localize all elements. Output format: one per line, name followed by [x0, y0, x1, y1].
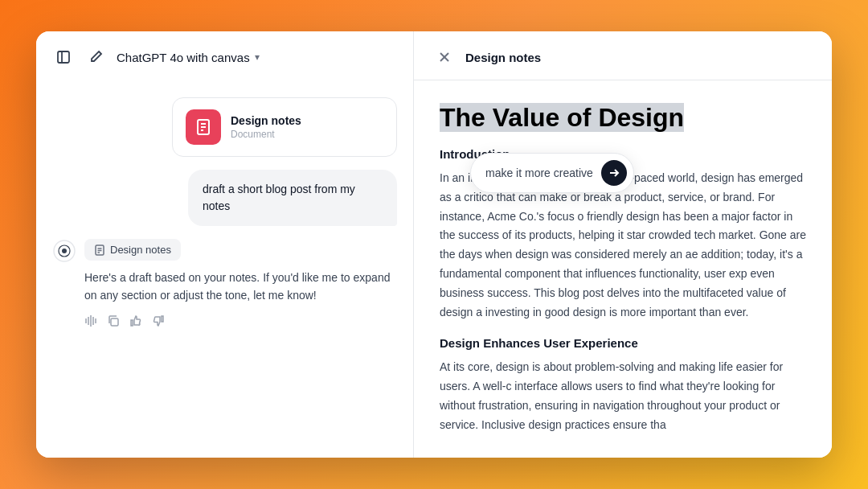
close-button[interactable] — [433, 46, 456, 68]
section-text-ux: At its core, design is about problem-sol… — [440, 358, 806, 434]
ai-avatar — [52, 239, 76, 263]
ai-content: Design notes Here's a draft based on you… — [84, 239, 397, 327]
document-icon — [186, 109, 221, 145]
model-selector[interactable]: ChatGPT 4o with canvas ▾ — [117, 51, 260, 64]
ai-response-text: Here's a draft based on your notes. If y… — [84, 269, 397, 305]
left-header: ChatGPT 4o with canvas ▾ — [36, 31, 413, 81]
document-main-title: The Value of Design — [440, 103, 806, 133]
svg-rect-0 — [58, 51, 69, 63]
right-header: Design notes — [414, 31, 832, 80]
svg-rect-12 — [111, 318, 118, 326]
chevron-down-icon: ▾ — [255, 51, 260, 63]
ai-action-buttons — [84, 314, 397, 327]
document-content: The Value of Design make it more creativ… — [414, 80, 832, 458]
model-name: ChatGPT 4o with canvas — [117, 51, 250, 64]
audio-button[interactable] — [84, 314, 97, 327]
ai-response: Design notes Here's a draft based on you… — [52, 239, 397, 327]
document-title: Design notes — [231, 114, 301, 127]
section-heading-ux: Design Enhances User Experience — [440, 336, 806, 350]
inline-submit-button[interactable] — [601, 160, 627, 186]
section-design-ux: Design Enhances User Experience At its c… — [440, 336, 806, 434]
document-type: Document — [231, 129, 301, 140]
thumbup-button[interactable] — [129, 314, 142, 327]
design-notes-chip[interactable]: Design notes — [84, 239, 181, 261]
inline-edit-popup: make it more creative — [470, 153, 634, 193]
document-info: Design notes Document — [231, 114, 301, 140]
chip-label: Design notes — [110, 244, 171, 256]
svg-point-7 — [62, 249, 67, 253]
thumbdown-button[interactable] — [152, 314, 165, 327]
copy-button[interactable] — [107, 314, 120, 327]
app-window: ChatGPT 4o with canvas ▾ Design notes D — [36, 31, 832, 458]
sidebar-toggle-icon[interactable] — [52, 46, 75, 68]
new-chat-icon[interactable] — [84, 46, 107, 68]
user-message: draft a short blog post from my notes — [188, 170, 397, 226]
right-panel: Design notes The Value of Design make it… — [414, 31, 832, 458]
chat-content: Design notes Document draft a short blog… — [36, 81, 413, 458]
left-panel: ChatGPT 4o with canvas ▾ Design notes D — [36, 31, 414, 458]
panel-title: Design notes — [465, 51, 541, 64]
document-card[interactable]: Design notes Document — [172, 97, 397, 157]
inline-edit-text: make it more creative — [485, 166, 593, 179]
